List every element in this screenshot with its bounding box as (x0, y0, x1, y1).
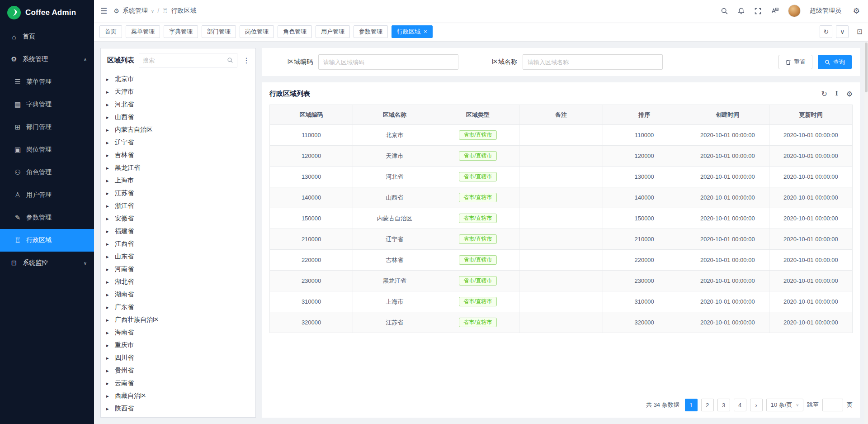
tree-item[interactable]: ▸河北省 (102, 98, 255, 111)
settings-gear-icon[interactable]: ⚙ (853, 7, 860, 15)
tree-item[interactable]: ▸湖北省 (102, 276, 255, 288)
scrollbar-thumb[interactable] (865, 43, 868, 92)
table-row[interactable]: 210000辽宁省省市/直辖市2100002020-10-01 00:00:00… (270, 229, 853, 250)
page-button-1[interactable]: 1 (685, 399, 698, 411)
tree-item[interactable]: ▸内蒙古自治区 (102, 124, 255, 136)
refresh-icon[interactable]: ↻ (820, 25, 832, 38)
page-button-4[interactable]: 4 (734, 399, 746, 411)
tree-item[interactable]: ▸上海市 (102, 174, 255, 187)
next-page-button[interactable]: › (750, 399, 763, 411)
caret-right-icon[interactable]: ▸ (106, 381, 111, 386)
table-row[interactable]: 220000吉林省省市/直辖市2200002020-10-01 00:00:00… (270, 250, 853, 271)
tab-0[interactable]: 首页 (99, 25, 122, 38)
jump-page-input[interactable] (822, 399, 843, 411)
tree-item[interactable]: ▸山东省 (102, 250, 255, 263)
caret-right-icon[interactable]: ▸ (106, 76, 111, 82)
sidebar-item-user[interactable]: ♙用户管理 (0, 184, 94, 206)
tab-4[interactable]: 岗位管理 (240, 25, 274, 38)
sidebar-item-home[interactable]: ⌂首页 (0, 25, 94, 48)
tree-item[interactable]: ▸四川省 (102, 352, 255, 364)
page-size-select[interactable]: 10 条/页 ∨ (766, 399, 803, 411)
region-tree-list[interactable]: ▸北京市▸天津市▸河北省▸山西省▸内蒙古自治区▸辽宁省▸吉林省▸黑龙江省▸上海市… (101, 72, 255, 417)
layout-panel-icon[interactable]: ⊡ (857, 28, 863, 36)
tree-item[interactable]: ▸安徽省 (102, 212, 255, 225)
search-icon[interactable] (721, 7, 728, 15)
table-row[interactable]: 140000山西省省市/直辖市1400002020-10-01 00:00:00… (270, 187, 853, 208)
tree-item[interactable]: ▸浙江省 (102, 200, 255, 212)
tree-item[interactable]: ▸河南省 (102, 263, 255, 276)
tree-item[interactable]: ▸广东省 (102, 301, 255, 314)
tab-6[interactable]: 用户管理 (316, 25, 350, 38)
region-search-input[interactable] (143, 57, 224, 64)
tree-item[interactable]: ▸江苏省 (102, 187, 255, 200)
caret-right-icon[interactable]: ▸ (106, 191, 111, 196)
sidebar-item-list[interactable]: ☰菜单管理 (0, 71, 94, 93)
caret-right-icon[interactable]: ▸ (106, 330, 111, 336)
refresh-icon[interactable]: ↻ (821, 90, 827, 98)
column-settings-gear-icon[interactable]: ⚙ (846, 90, 853, 98)
tree-item[interactable]: ▸海南省 (102, 326, 255, 339)
tree-item[interactable]: ▸重庆市 (102, 339, 255, 352)
caret-right-icon[interactable]: ▸ (106, 305, 111, 310)
tree-item[interactable]: ▸天津市 (102, 86, 255, 98)
tree-item[interactable]: ▸江西省 (102, 238, 255, 250)
tree-item[interactable]: ▸吉林省 (102, 149, 255, 162)
search-icon[interactable] (227, 57, 233, 63)
sidebar-item-monitor[interactable]: ⊡系统监控∨ (0, 252, 94, 274)
tab-3[interactable]: 部门管理 (202, 25, 236, 38)
tree-item[interactable]: ▸云南省 (102, 377, 255, 390)
tab-1[interactable]: 菜单管理 (126, 25, 160, 38)
density-icon[interactable]: I (835, 90, 838, 98)
notification-bell-icon[interactable] (737, 7, 745, 15)
tree-item[interactable]: ▸福建省 (102, 225, 255, 238)
tree-item[interactable]: ▸北京市 (102, 73, 255, 86)
tab-8[interactable]: 行政区域× (392, 25, 433, 38)
caret-right-icon[interactable]: ▸ (106, 140, 111, 146)
tree-item[interactable]: ▸黑龙江省 (102, 162, 255, 174)
caret-right-icon[interactable]: ▸ (106, 406, 111, 412)
tree-item[interactable]: ▸西藏自治区 (102, 390, 255, 402)
user-avatar[interactable] (788, 5, 801, 17)
tabs-menu-chevron-icon[interactable]: ∨ (836, 25, 849, 38)
caret-right-icon[interactable]: ▸ (106, 229, 111, 234)
caret-right-icon[interactable]: ▸ (106, 178, 111, 184)
table-row[interactable]: 320000江苏省省市/直辖市3200002020-10-01 00:00:00… (270, 312, 853, 333)
reset-button[interactable]: 重置 (778, 55, 812, 69)
caret-right-icon[interactable]: ▸ (106, 279, 111, 285)
sidebar-item-dict[interactable]: ▤字典管理 (0, 93, 94, 116)
current-user-name[interactable]: 超级管理员 (810, 7, 841, 15)
collapse-sidebar-icon[interactable]: ☰ (100, 7, 107, 15)
caret-right-icon[interactable]: ▸ (106, 203, 111, 209)
caret-right-icon[interactable]: ▸ (106, 127, 111, 133)
table-row[interactable]: 230000黑龙江省省市/直辖市2300002020-10-01 00:00:0… (270, 271, 853, 291)
tab-5[interactable]: 角色管理 (278, 25, 312, 38)
search-button[interactable]: 查询 (818, 55, 852, 69)
caret-right-icon[interactable]: ▸ (106, 241, 111, 247)
table-row[interactable]: 310000上海市省市/直辖市3100002020-10-01 00:00:00… (270, 291, 853, 312)
sidebar-item-param[interactable]: ✎参数管理 (0, 206, 94, 229)
page-button-2[interactable]: 2 (701, 399, 714, 411)
tree-item[interactable]: ▸湖南省 (102, 288, 255, 301)
tab-2[interactable]: 字典管理 (164, 25, 198, 38)
caret-right-icon[interactable]: ▸ (106, 89, 111, 95)
sidebar-item-gear[interactable]: ⚙系统管理∧ (0, 48, 94, 71)
caret-right-icon[interactable]: ▸ (106, 355, 111, 361)
caret-right-icon[interactable]: ▸ (106, 343, 111, 348)
sidebar-item-dept[interactable]: ⊞部门管理 (0, 116, 94, 138)
caret-right-icon[interactable]: ▸ (106, 254, 111, 260)
caret-right-icon[interactable]: ▸ (106, 267, 111, 272)
region-code-input[interactable] (318, 54, 458, 70)
caret-right-icon[interactable]: ▸ (106, 152, 111, 158)
page-scrollbar[interactable] (864, 42, 868, 424)
sidebar-item-role[interactable]: ⚇角色管理 (0, 161, 94, 184)
table-row[interactable]: 120000天津市省市/直辖市1200002020-10-01 00:00:00… (270, 146, 853, 167)
caret-right-icon[interactable]: ▸ (106, 216, 111, 222)
app-logo[interactable]: Coffee Admin (0, 0, 94, 25)
caret-right-icon[interactable]: ▸ (106, 393, 111, 399)
sidebar-item-post[interactable]: ▣岗位管理 (0, 138, 94, 161)
page-button-3[interactable]: 3 (717, 399, 730, 411)
tree-item[interactable]: ▸山西省 (102, 111, 255, 124)
caret-right-icon[interactable]: ▸ (106, 102, 111, 108)
table-row[interactable]: 130000河北省省市/直辖市1300002020-10-01 00:00:00… (270, 167, 853, 187)
tree-item[interactable]: ▸甘肃省 (102, 415, 255, 417)
